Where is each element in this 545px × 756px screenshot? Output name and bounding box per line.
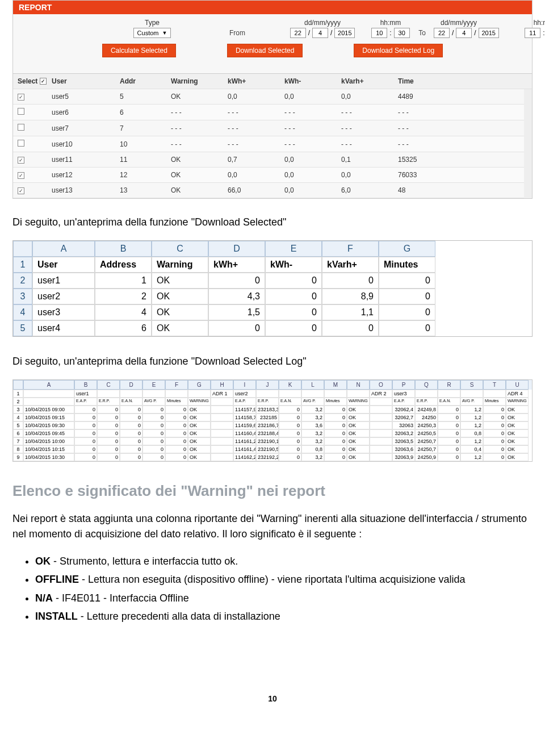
report-table: Select User Addr Warning kWh+ kWh- kVarh… (13, 73, 532, 198)
cell-user: user5 (52, 93, 120, 101)
col-letter: G (379, 241, 435, 257)
cell-kwhp: 66,0 (228, 186, 284, 194)
cell-kwhp: 0,0 (228, 171, 284, 179)
install-text: - Letture precedenti alla data di instal… (78, 611, 280, 622)
cell-user: user10 (52, 140, 120, 148)
from-hh[interactable] (371, 28, 387, 38)
download-button[interactable]: Download Selected (227, 44, 303, 57)
row-checkbox[interactable] (18, 124, 24, 131)
table-row: user1212OK0,00,00,076033 (13, 168, 524, 183)
to-dd[interactable] (434, 28, 450, 38)
cell-kwhp: 0,0 (228, 93, 284, 101)
time-hint-from: hh:mm (365, 19, 416, 27)
row-checkbox[interactable] (18, 108, 24, 115)
cell-kwhm: 0,0 (284, 156, 341, 164)
col-letter (13, 241, 32, 257)
col-time: Time (398, 77, 455, 85)
excel1-cell: user3 (32, 304, 95, 320)
to-hh[interactable] (525, 28, 540, 38)
excel1-header: kWh+ (208, 257, 265, 273)
cell-warning: OK (171, 93, 228, 101)
excel1-header: User (32, 257, 95, 273)
col-letter: F (322, 241, 379, 257)
excel1-header: kWh- (265, 257, 322, 273)
to-mm[interactable] (456, 28, 472, 38)
row-num: 2 (13, 273, 32, 289)
row-checkbox[interactable] (18, 172, 24, 179)
download-log-button[interactable]: Download Selected Log (354, 44, 443, 57)
table-row: user66- - -- - -- - -- - -- - - (13, 105, 524, 120)
excel1-cell: 0 (265, 304, 322, 320)
section-heading: Elenco e significato dei "Warning" nei r… (12, 482, 533, 500)
cell-user: user11 (52, 156, 120, 164)
excel1-preview: ABCDEFG 1UserAddressWarningkWh+kWh-kVarh… (12, 240, 533, 337)
cell-addr: 6 (120, 108, 171, 116)
cell-kwhm: - - - (284, 108, 341, 116)
col-letter: C (152, 241, 208, 257)
excel1-cell: OK (152, 289, 208, 304)
row-num: 4 (13, 304, 32, 320)
excel2-preview: ABCDEFGHIJKLMNOPQRSTU1user1ADR 1user2ADR… (12, 379, 533, 462)
from-mm[interactable] (312, 28, 328, 38)
excel1-cell: user4 (32, 320, 95, 336)
excel1-header: kVarh+ (322, 257, 379, 273)
cell-warning: OK (171, 171, 228, 179)
table-row: user1111OK0,70,00,115325 (13, 152, 524, 168)
cell-kvarhp: 0,1 (341, 156, 398, 164)
excel1-cell: 0 (379, 273, 435, 289)
row-checkbox[interactable] (18, 140, 24, 147)
cell-warning: - - - (171, 108, 228, 116)
table-row: user77- - -- - -- - -- - -- - - (13, 120, 524, 136)
type-select-value: Custom (137, 30, 159, 36)
to-label: To (418, 29, 426, 37)
cell-addr: 13 (120, 186, 171, 194)
time-hint-to: hh:mm (501, 19, 545, 27)
excel1-cell: 2 (95, 289, 152, 304)
excel1-cell: OK (152, 273, 208, 289)
cell-kwhm: - - - (284, 140, 341, 148)
excel1-cell: 8,9 (322, 289, 379, 304)
na-label: N/A (35, 592, 53, 604)
row-checkbox[interactable] (18, 187, 24, 194)
excel1-cell: user2 (32, 289, 95, 304)
col-kwhp: kWh+ (228, 77, 284, 85)
cell-kvarhp: - - - (341, 140, 398, 148)
excel1-cell: 1 (95, 273, 152, 289)
col-kvarhp: kVarh+ (341, 77, 398, 85)
cell-warning: - - - (171, 140, 228, 148)
cell-user: user12 (52, 171, 120, 179)
cell-kwhp: - - - (228, 124, 284, 132)
from-yyyy[interactable] (334, 28, 355, 38)
excel1-header: Warning (152, 257, 208, 273)
cell-time: - - - (398, 140, 455, 148)
calculate-button[interactable]: Calculate Selected (102, 44, 176, 57)
table-row: user1010- - -- - -- - -- - -- - - (13, 136, 524, 152)
cell-kvarhp: - - - (341, 124, 398, 132)
from-min[interactable] (394, 28, 410, 38)
select-all-checkbox[interactable] (40, 78, 47, 85)
cell-warning: - - - (171, 124, 228, 132)
row-num: 3 (13, 289, 32, 304)
table-row: user55OK0,00,00,04489 (13, 89, 524, 105)
cell-kvarhp: 6,0 (341, 186, 398, 194)
to-yyyy[interactable] (479, 28, 499, 38)
cell-warning: OK (171, 186, 228, 194)
excel1-cell: 6 (95, 320, 152, 336)
type-select[interactable]: Custom ▼ (133, 28, 171, 38)
from-label: From (195, 29, 280, 37)
row-checkbox[interactable] (18, 94, 24, 101)
cell-kwhp: - - - (228, 140, 284, 148)
cell-time: 48 (398, 186, 455, 194)
col-select: Select (18, 77, 37, 85)
section-para: Nei report è stata aggiunta una colonna … (12, 511, 533, 542)
cell-kvarhp: - - - (341, 108, 398, 116)
cell-kwhp: - - - (228, 108, 284, 116)
cell-time: 76033 (398, 171, 455, 179)
report-title: REPORT (13, 1, 532, 14)
cell-addr: 10 (120, 140, 171, 148)
excel1-header: Address (95, 257, 152, 273)
row-checkbox[interactable] (18, 157, 24, 164)
excel1-cell: OK (152, 320, 208, 336)
bullet-list: OK - Strumento, lettura e interfaccia tu… (12, 552, 533, 626)
from-dd[interactable] (290, 28, 306, 38)
